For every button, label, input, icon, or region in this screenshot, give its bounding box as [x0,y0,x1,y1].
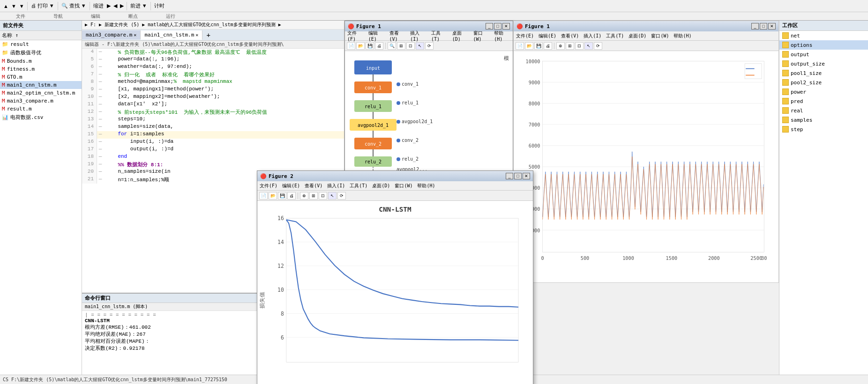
toolbar-indent[interactable]: 缩进 [91,2,105,10]
ws-item-power[interactable]: power [779,87,868,96]
toolbar-print[interactable]: 🖨 打印 ▼ [29,2,56,10]
fig2-menu-view[interactable]: 查看(V) [302,182,325,190]
fig1-zoom-in[interactable]: 🔍 [388,42,396,50]
lp-menu-insert[interactable]: 插入(I) [581,32,604,40]
fig1-menu-help[interactable]: 帮助(H) [492,30,513,42]
fig1-rotate[interactable]: ⟳ [425,42,434,50]
file-item-csv[interactable]: 📊 电荷数据.csv [0,113,82,122]
lp-new[interactable]: 📄 [516,42,524,50]
fig2-menu-desktop[interactable]: 桌面(D) [370,182,392,190]
fig2-print[interactable]: 🖨 [287,192,296,199]
tab-main3[interactable]: main3_compare.m ✕ [82,30,141,39]
fig1-open[interactable]: 📂 [356,42,365,50]
large-fig-min[interactable]: _ [751,23,759,30]
toolbar-nav-down[interactable]: ▼ [18,3,26,9]
ws-item-options[interactable]: options [779,40,868,50]
file-item-funcs[interactable]: 📁 函数极值寻优 [0,48,82,57]
lp-menu-tools[interactable]: 工具(T) [604,32,626,40]
fig1-cursor[interactable]: ↖ [416,42,424,50]
lp-tool1[interactable]: ⊞ [566,42,574,50]
lp-menu-desktop[interactable]: 桌面(D) [626,32,649,40]
toolbar-nav-fwd[interactable]: ▼ [10,3,18,9]
fig2-new[interactable]: 📄 [259,192,268,199]
fig1-print[interactable]: 🖨 [375,42,383,50]
fig1-tool1[interactable]: ⊞ [397,42,405,50]
file-item-bounds[interactable]: M Bounds.m [0,57,82,65]
fig2-rotate[interactable]: ⟳ [337,192,346,199]
figure2-minimize[interactable]: _ [506,173,513,179]
lp-save[interactable]: 💾 [534,42,543,50]
file-item-fitness[interactable]: M fitness.m [0,65,82,73]
fig1-menu-file[interactable]: 文件(F) [345,30,366,42]
lp-menu-help[interactable]: 帮助(H) [671,32,694,40]
figure1-maximize[interactable]: □ [494,23,501,30]
fig2-tool1[interactable]: ⊞ [309,192,318,199]
fig1-menu-insert[interactable]: 插入(I) [408,30,429,42]
fig2-menu-file[interactable]: 文件(F) [257,182,280,190]
file-item-main1[interactable]: M main1_cnn_lstm.m [0,81,82,89]
line-num-6: 6 [82,64,97,71]
fig2-menu-help[interactable]: 帮助(H) [415,182,437,190]
fig2-zoom[interactable]: ⊕ [300,192,308,199]
lp-menu-file[interactable]: 文件(E) [514,32,536,40]
file-item-main3[interactable]: M main3_compare.m [0,97,82,105]
fig2-menu-window[interactable]: 窗口(W) [392,182,415,190]
lp-cursor[interactable]: ↖ [584,42,593,50]
fig1-tool2[interactable]: ⊡ [406,42,415,50]
fig2-save[interactable]: 💾 [278,192,286,199]
ws-item-real[interactable]: real [779,106,868,115]
add-tab-button[interactable]: + [202,30,214,40]
tab-main1[interactable]: main1_cnn_lstm.m ✕ [141,30,202,40]
ws-item-net[interactable]: net [779,31,868,40]
lp-menu-view[interactable]: 查看(V) [559,32,581,40]
ws-item-step[interactable]: step [779,125,868,134]
lp-open[interactable]: 📂 [525,42,533,50]
section-run: 运行 [152,13,189,20]
fig1-save[interactable]: 💾 [366,42,374,50]
lp-menu-window[interactable]: 窗口(W) [649,32,671,40]
figure1-minimize[interactable]: _ [486,23,493,30]
fig1-new[interactable]: 📄 [347,42,355,50]
fig2-menu-edit[interactable]: 编辑(E) [280,182,302,190]
fig1-menu-window[interactable]: 窗口(W) [471,30,492,42]
toolbar-indent-btn3[interactable]: ▶ [119,2,125,9]
ws-item-pool2-size[interactable]: pool2_size [779,78,868,87]
toolbar-indent-btn2[interactable]: ◀ [112,2,119,9]
lp-tool2[interactable]: ⊡ [575,42,584,50]
ws-item-samples[interactable]: samples [779,115,868,125]
file-item-result[interactable]: 📁 result [0,40,82,48]
fig1-menu-desktop[interactable]: 桌面(D) [450,30,471,42]
line-dash-20: — [97,169,104,176]
ws-item-pool1-size[interactable]: pool1_size [779,68,868,78]
ws-item-output-size[interactable]: output_size [779,59,868,68]
figure2-close[interactable]: ✕ [523,173,530,179]
fig1-menu-edit[interactable]: 编辑(E) [366,30,387,42]
file-item-gto[interactable]: M GTO.m [0,73,82,81]
fig1-menu-view[interactable]: 查看(V) [387,30,408,42]
tab-close-main3[interactable]: ✕ [134,32,136,37]
lp-print[interactable]: 🖨 [544,42,552,50]
lp-menu-edit[interactable]: 编辑(E) [536,32,559,40]
fig2-tool2[interactable]: ⊡ [319,192,327,199]
figure1-menubar: 文件(F) 编辑(E) 查看(V) 插入(I) 工具(T) 桌面(D) 窗口(W… [345,31,513,41]
toolbar-find[interactable]: 🔍 查找 ▼ [60,2,88,10]
fig2-cursor[interactable]: ↖ [328,192,337,199]
ws-item-output[interactable]: output [779,50,868,59]
lp-zoom[interactable]: ⊕ [556,42,565,50]
lp-rotate[interactable]: ⟳ [594,42,602,50]
figure1-close[interactable]: ✕ [502,23,510,30]
ws-item-pred[interactable]: pred [779,96,868,106]
fig2-open[interactable]: 📂 [269,192,277,199]
large-fig-close[interactable]: ✕ [768,23,776,30]
figure2-maximize[interactable]: □ [514,173,522,179]
file-item-result-m[interactable]: M result.m [0,105,82,113]
toolbar-indent-btn1[interactable]: ▶ [105,2,112,9]
toolbar-nav-back[interactable]: ▲ [2,3,10,9]
large-fig-max[interactable]: □ [760,23,767,30]
file-item-main2[interactable]: M main2_optim_cnn_lstm.m [0,89,82,97]
fig2-menu-insert[interactable]: 插入(I) [325,182,347,190]
tab-close-main1[interactable]: ✕ [195,32,198,37]
toolbar-run-fwd[interactable]: 前进 ▼ [128,2,149,10]
fig2-menu-tools[interactable]: 工具(T) [347,182,370,190]
fig1-menu-tools[interactable]: 工具(T) [429,30,450,42]
